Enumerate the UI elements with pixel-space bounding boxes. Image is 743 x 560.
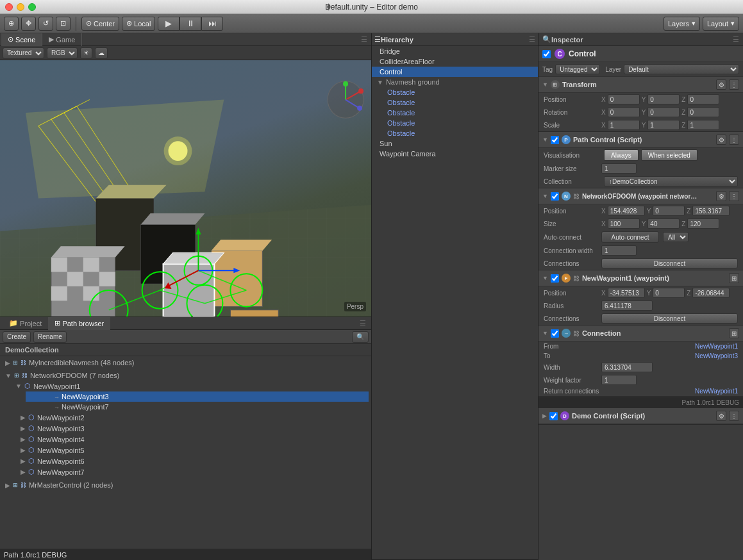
list-item[interactable]: Obstacle bbox=[372, 108, 538, 118]
pos-z[interactable] bbox=[687, 94, 719, 104]
scale-x[interactable] bbox=[608, 120, 640, 130]
list-item[interactable]: Obstacle bbox=[372, 118, 538, 128]
list-item[interactable]: ▶ ⬡ NewWaypoint6 bbox=[3, 456, 369, 466]
radius-input[interactable] bbox=[601, 301, 653, 311]
autoconnect-button[interactable]: Auto-connect bbox=[601, 231, 659, 243]
always-button[interactable]: Always bbox=[604, 149, 639, 161]
scene-menu-icon[interactable]: ☰ bbox=[358, 35, 370, 44]
list-item[interactable]: ▶ ⬡ NewWaypoint4 bbox=[3, 434, 369, 445]
wp-pos-y[interactable] bbox=[653, 288, 685, 298]
marker-size-input[interactable] bbox=[601, 163, 637, 174]
tag-select[interactable]: Untagged bbox=[555, 64, 600, 74]
display-mode-select[interactable]: Textured bbox=[3, 47, 44, 59]
all-select[interactable]: All bbox=[663, 232, 689, 242]
step-button[interactable]: ⏭ bbox=[201, 17, 223, 31]
rot-y[interactable] bbox=[647, 107, 680, 117]
net-pos-y[interactable] bbox=[653, 206, 685, 216]
rot-z[interactable] bbox=[687, 107, 719, 117]
hierarchy-menu-icon[interactable]: ☰ bbox=[529, 35, 535, 44]
list-item[interactable]: → NewWaypoint3 bbox=[26, 391, 369, 402]
more-icon[interactable]: ⋮ bbox=[729, 191, 739, 201]
pos-x[interactable] bbox=[608, 94, 640, 104]
path-control-header[interactable]: ▼ P Path Control (Script) ⚙ ⋮ bbox=[538, 132, 743, 148]
layer-select[interactable]: Default bbox=[624, 64, 739, 74]
create-button[interactable]: Create bbox=[3, 331, 31, 343]
tool-move[interactable]: ⊕ bbox=[4, 17, 19, 31]
inspector-menu-icon[interactable]: ☰ bbox=[733, 35, 739, 44]
waypoint-header[interactable]: ▼ F ⛓ NewWaypoint1 (waypoint) ⊞ bbox=[538, 270, 743, 286]
path-group-header-networkofdoom[interactable]: ▼ ⊞ ⛓ NetworkOFDOOM (7 nodes) bbox=[3, 370, 369, 381]
tab-path-browser[interactable]: ⊞ Path browser bbox=[48, 317, 110, 330]
scale-y[interactable] bbox=[647, 120, 680, 130]
effect-toggle[interactable]: ☁ bbox=[95, 47, 108, 59]
when-selected-button[interactable]: When selected bbox=[641, 149, 697, 161]
conn-enabled[interactable] bbox=[551, 329, 559, 338]
transform-header[interactable]: ▼ ⊞ Transform ⚙ ⋮ bbox=[538, 77, 743, 93]
play-button[interactable]: ▶ bbox=[158, 17, 179, 31]
connwidth-input[interactable] bbox=[601, 245, 637, 256]
list-item[interactable]: ▶ ⬡ NewWaypoint2 bbox=[3, 412, 369, 423]
more-icon[interactable]: ⋮ bbox=[729, 79, 739, 90]
weight-factor-input[interactable] bbox=[601, 375, 637, 385]
tool-rotate[interactable]: ↺ bbox=[38, 17, 53, 31]
tool-pan[interactable]: ✥ bbox=[21, 17, 36, 31]
list-item[interactable]: → NewWaypoint7 bbox=[26, 402, 369, 412]
list-item[interactable]: Waypoint Camera bbox=[372, 149, 538, 159]
pos-y[interactable] bbox=[647, 94, 680, 104]
settings-icon[interactable]: ⚙ bbox=[716, 191, 726, 201]
color-mode-select[interactable]: RGB bbox=[47, 47, 78, 59]
list-item[interactable]: Obstacle bbox=[372, 97, 538, 108]
layout-dropdown[interactable]: Layout ▾ bbox=[703, 17, 739, 31]
close-button[interactable] bbox=[5, 3, 13, 11]
layers-dropdown[interactable]: Layers ▾ bbox=[664, 17, 700, 31]
net-pos-x[interactable] bbox=[608, 206, 645, 216]
wp-pos-z[interactable] bbox=[692, 288, 730, 298]
network-enabled[interactable] bbox=[551, 192, 559, 201]
disconnect-button[interactable]: Disconnect bbox=[601, 258, 738, 268]
waypoint-enabled[interactable] bbox=[551, 274, 559, 283]
rot-x[interactable] bbox=[608, 107, 640, 117]
minimize-button[interactable] bbox=[17, 3, 24, 11]
demo-control-header[interactable]: ▶ D Demo Control (Script) ⚙ ⋮ bbox=[538, 408, 743, 424]
net-size-y[interactable] bbox=[647, 218, 680, 229]
bottom-menu-icon[interactable]: ☰ bbox=[357, 319, 369, 327]
list-item[interactable]: Obstacle bbox=[372, 87, 538, 97]
path-group-header-myincredible[interactable]: ▶ ⊞ ⛓ MyIncredibleNavmesh (48 nodes) bbox=[3, 358, 369, 368]
tab-scene[interactable]: ⊙ Scene bbox=[1, 33, 42, 46]
center-button[interactable]: ⊙ Center bbox=[81, 17, 119, 31]
pathctrl-enabled[interactable] bbox=[551, 136, 559, 144]
scale-z[interactable] bbox=[687, 120, 719, 130]
wp-pos-x[interactable] bbox=[608, 288, 645, 298]
settings-icon[interactable]: ⚙ bbox=[716, 411, 726, 421]
list-item[interactable]: Control bbox=[372, 67, 538, 77]
local-button[interactable]: ⊛ Local bbox=[122, 17, 155, 31]
connection-header[interactable]: ▼ → ⛓ Connection ⊞ bbox=[538, 325, 743, 342]
object-enabled-checkbox[interactable] bbox=[542, 50, 551, 58]
collection-select[interactable]: ↑DemoCollection bbox=[604, 176, 738, 186]
tab-game[interactable]: ▶ Game bbox=[42, 33, 82, 46]
net-size-x[interactable] bbox=[608, 218, 640, 229]
settings-icon[interactable]: ⚙ bbox=[716, 135, 726, 145]
list-item[interactable]: Sun bbox=[372, 138, 538, 149]
list-item[interactable]: ColliderAreaFloor bbox=[372, 56, 538, 67]
demo-enabled[interactable] bbox=[549, 412, 558, 420]
pause-button[interactable]: ⏸ bbox=[179, 17, 201, 31]
sun-toggle[interactable]: ☀ bbox=[80, 47, 92, 59]
tool-scale[interactable]: ⊡ bbox=[56, 17, 71, 31]
tab-project[interactable]: 📁 Project bbox=[3, 317, 48, 330]
width-input[interactable] bbox=[601, 362, 653, 372]
search-button[interactable]: 🔍 bbox=[352, 331, 369, 343]
scene-3d-view[interactable]: Persp bbox=[0, 60, 371, 317]
list-item[interactable]: Bridge bbox=[372, 46, 538, 56]
maximize-button[interactable] bbox=[28, 3, 36, 11]
list-item[interactable]: ▼ Navmesh ground bbox=[372, 77, 538, 87]
list-item[interactable]: ▶ ⬡ NewWaypoint7 bbox=[3, 466, 369, 477]
more-icon[interactable]: ⋮ bbox=[729, 411, 739, 421]
copy-icon[interactable]: ⊞ bbox=[729, 328, 739, 338]
wp-disconnect-button[interactable]: Disconnect bbox=[601, 313, 738, 324]
list-item[interactable]: Obstacle bbox=[372, 128, 538, 138]
settings-icon[interactable]: ⚙ bbox=[716, 79, 726, 90]
network-header[interactable]: ▼ N ⛓ NetworkOFDOOM (waypoint networ… ⚙ … bbox=[538, 188, 743, 204]
net-pos-z[interactable] bbox=[692, 206, 730, 216]
path-group-header-mrmastercontrol[interactable]: ▶ ⊞ ⛓ MrMasterControl (2 nodes) bbox=[3, 480, 369, 490]
